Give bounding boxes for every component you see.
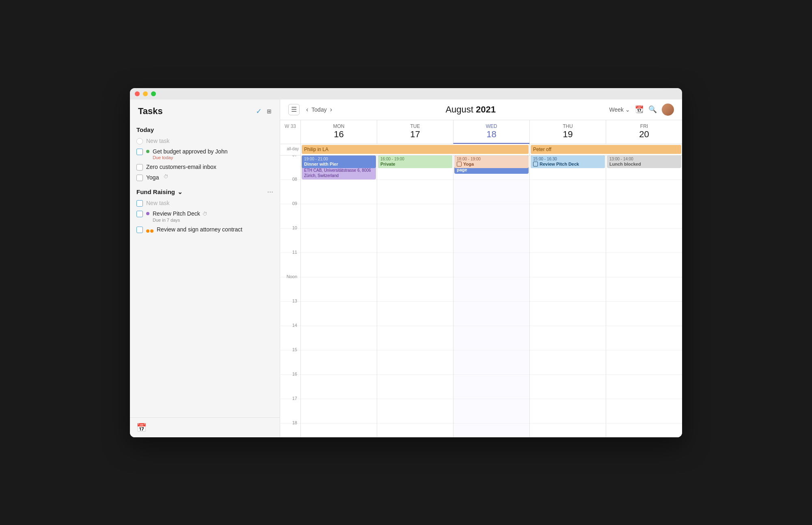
title-bar [130, 88, 682, 99]
minimize-button[interactable] [143, 91, 148, 96]
sidebar-toggle-icon: ☰ [291, 106, 297, 113]
sidebar-icons: ✓ ⊞ [256, 107, 272, 116]
event-title: Dinner with Pier [304, 161, 374, 167]
day-header-tue: Tue 17 [377, 120, 453, 144]
new-fund-task-label[interactable]: New task [146, 199, 170, 207]
chevron-down-icon: ⌄ [177, 188, 183, 196]
avatar[interactable] [662, 104, 674, 116]
prev-button[interactable]: ‹ [306, 106, 308, 113]
day-num-tue: 17 [379, 129, 451, 140]
event-lunch-fri[interactable]: 13:00 - 14:00 Lunch blocked [607, 156, 681, 168]
day-header-fri: Fri 20 [606, 120, 682, 144]
allday-event-peter[interactable]: Peter off [531, 145, 681, 154]
time-label-11: 11 [280, 250, 300, 255]
time-slot-noon: Noon [280, 277, 300, 302]
list-item[interactable]: Review and sign attorney contract [136, 224, 273, 235]
time-label-noon: Noon [280, 274, 300, 279]
day-col-mon[interactable]: ✓ Call the architect... Stand up meeting… [300, 156, 377, 437]
allday-row: all-day Philip in LA Peter off [280, 144, 682, 156]
day-name-thu: Thu [531, 123, 604, 129]
month-label: August [445, 104, 473, 115]
sidebar-toggle-button[interactable]: ☰ [288, 104, 300, 115]
event-dinner[interactable]: 19:00 - 21:00 Dinner with Pier [302, 156, 376, 168]
task-label-budget: Get budget approved by John [153, 148, 227, 155]
grid-icon[interactable]: ⊞ [267, 108, 272, 115]
week-view-button[interactable]: Week ⌄ [609, 106, 630, 113]
event-checkbox-review [533, 162, 538, 166]
time-slot-16: 16 [280, 375, 300, 399]
checkmark-icon[interactable]: ✓ [256, 107, 262, 116]
event-title: Private [380, 161, 450, 167]
new-fund-task-checkbox[interactable] [136, 200, 143, 207]
more-options-icon[interactable]: ··· [267, 188, 273, 196]
event-review-pitch[interactable]: 15:00 - 16:30 Review Pitch Deck [531, 156, 605, 168]
calendar-area: ☰ ‹ Today › August 2021 Week ⌄ 📆 🔍 [280, 99, 682, 437]
list-item[interactable]: Zero customers-email inbox [136, 162, 273, 172]
task-checkbox-yoga[interactable] [136, 175, 143, 181]
close-button[interactable] [135, 91, 140, 96]
new-task-checkbox[interactable] [136, 138, 143, 145]
day-header-thu: Thu 19 [529, 120, 606, 144]
day-col-fri[interactable]: Stand up meeting 13:00 - 14:00 Lunch blo… [606, 156, 682, 437]
task-checkbox-zero[interactable] [136, 164, 143, 171]
time-slot-18: 18 [280, 423, 300, 437]
list-item[interactable]: Get budget approved by John Due today [136, 146, 273, 162]
avatar-image [662, 104, 674, 116]
event-time: 16:00 - 19:00 [380, 157, 450, 161]
next-button[interactable]: › [330, 106, 332, 113]
week-number: W 33 [280, 120, 300, 144]
time-grid[interactable]: 07 08 09 10 11 Noon 13 14 15 16 17 18 [280, 156, 682, 437]
allday-event-title-philip: Philip in LA [304, 147, 328, 152]
day-header-mon: Mon 16 [300, 120, 377, 144]
new-task-item[interactable]: New task [136, 136, 273, 146]
sidebar-header: Tasks ✓ ⊞ [130, 99, 280, 120]
time-label-09: 09 [280, 201, 300, 206]
calendar-icon[interactable]: 📅 [136, 423, 147, 432]
task-checkbox-pitch[interactable] [136, 211, 143, 217]
allday-event-title-peter: Peter off [533, 147, 551, 152]
time-slot-10: 10 [280, 229, 300, 253]
event-checkbox-yoga-wed [457, 162, 462, 166]
new-fund-task-item[interactable]: New task [136, 198, 273, 208]
task-checkbox-budget[interactable] [136, 149, 143, 155]
day-col-tue[interactable]: 7:30 - 8:30 Sport Stand up meeting 10:00… [377, 156, 453, 437]
list-item[interactable]: Yoga ⏱ [136, 172, 273, 183]
event-private-tue[interactable]: 16:00 - 19:00 Private [378, 156, 452, 168]
app-window: Tasks ✓ ⊞ Today New task [130, 88, 682, 437]
today-button[interactable]: Today [311, 106, 326, 113]
event-time: 15:00 - 16:30 [533, 157, 603, 161]
sidebar-content: Today New task Get budget approved by Jo… [130, 120, 280, 417]
time-slot-14: 14 [280, 326, 300, 350]
time-label-08: 08 [280, 177, 300, 181]
chevron-down-icon: ⌄ [625, 106, 630, 113]
time-label-15: 15 [280, 347, 300, 352]
calendar-title: August 2021 [339, 104, 603, 115]
fund-raising-section: Fund Raising ⌄ ··· [136, 188, 273, 196]
task-label-pitch: Review Pitch Deck [153, 210, 200, 217]
mini-calendar-icon[interactable]: 📆 [635, 105, 644, 114]
day-col-thu[interactable]: 7:30 - 8:30 Sport Stand up meeting 10:00… [529, 156, 606, 437]
day-col-wed[interactable]: Stand up meeting Sara/Elon Virtual Coffe… [453, 156, 529, 437]
task-dot-pitch [146, 212, 149, 215]
search-icon[interactable]: 🔍 [648, 105, 657, 114]
day-num-wed: 18 [455, 129, 528, 140]
timer-icon-pitch: ⏱ [203, 211, 207, 217]
event-yoga-wed[interactable]: 18:00 - 19:00 Yoga [454, 156, 529, 168]
fund-raising-title[interactable]: Fund Raising ⌄ [136, 188, 183, 196]
task-due-budget: Due today [153, 155, 227, 160]
list-item[interactable]: Review Pitch Deck ⏱ Due in 7 days [136, 208, 273, 224]
task-checkbox-attorney[interactable] [136, 227, 143, 233]
calendar-nav: ‹ Today › [306, 106, 332, 113]
today-section-title: Today [136, 126, 273, 133]
calendar-header: ☰ ‹ Today › August 2021 Week ⌄ 📆 🔍 [280, 99, 682, 120]
time-grid-inner: 07 08 09 10 11 Noon 13 14 15 16 17 18 [280, 156, 682, 437]
new-task-label[interactable]: New task [146, 137, 170, 145]
time-label-17: 17 [280, 396, 300, 401]
event-time: 13:00 - 14:00 [609, 157, 679, 161]
maximize-button[interactable] [151, 91, 156, 96]
time-slot-15: 15 [280, 350, 300, 375]
calendar-grid: W 33 Mon 16 Tue 17 Wed 18 Thu [280, 120, 682, 437]
task-dot-budget [146, 150, 149, 153]
allday-event-philip[interactable]: Philip in LA [302, 145, 529, 154]
time-slot-09: 09 [280, 204, 300, 229]
